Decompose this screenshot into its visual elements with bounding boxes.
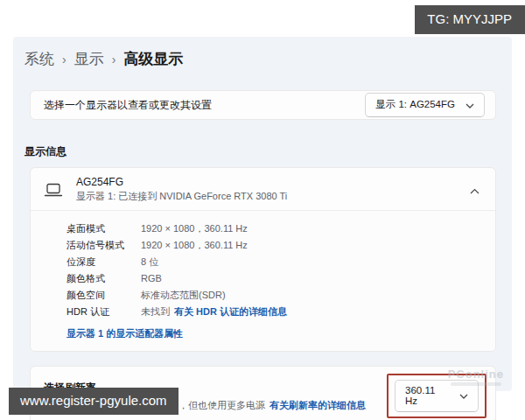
- chevron-up-icon[interactable]: [470, 182, 480, 198]
- monitor-details: 桌面模式 1920 × 1080，360.11 Hz 活动信号模式 1920 ×…: [31, 210, 495, 351]
- pconline-watermark-text: PConline: [448, 368, 504, 381]
- detail-value: 标准动态范围(SDR): [141, 287, 226, 304]
- display-selector-dropdown[interactable]: 显示 1: AG254FG: [365, 93, 485, 117]
- hdr-cert-details-link[interactable]: 有关 HDR 认证的详细信息: [174, 306, 287, 317]
- detail-row-color-space: 颜色空间 标准动态范围(SDR): [66, 287, 483, 304]
- detail-row-color-format: 颜色格式 RGB: [66, 270, 483, 287]
- breadcrumb-separator: ›: [112, 52, 116, 66]
- breadcrumb-separator: ›: [62, 52, 66, 66]
- detail-label: 桌面模式: [66, 220, 141, 237]
- display-adapter-properties-link[interactable]: 显示器 1 的显示适配器属性: [66, 328, 183, 339]
- section-title-display-info: 显示信息: [24, 144, 512, 159]
- monitor-connection: 显示器 1: 已连接到 NVIDIA GeForce RTX 3080 Ti: [76, 190, 287, 203]
- watermark-url-bottom: www.register-pgyule.com: [9, 388, 178, 415]
- detail-value: 未找到: [141, 306, 170, 317]
- detail-value: RGB: [141, 270, 162, 287]
- detail-row-hdr-cert: HDR 认证 未找到有关 HDR 认证的详细信息: [66, 304, 483, 320]
- detail-label: 位深度: [66, 254, 141, 270]
- detail-row-desktop-mode: 桌面模式 1920 × 1080，360.11 Hz: [66, 220, 483, 237]
- monitor-titles: AG254FG 显示器 1: 已连接到 NVIDIA GeForce RTX 3…: [76, 176, 287, 203]
- page-title: 高级显示: [123, 49, 183, 69]
- pconline-watermark-subline: [451, 382, 501, 386]
- watermark-tag-top: TG: MYYJJPP: [415, 5, 525, 34]
- detail-label: 活动信号模式: [66, 237, 141, 254]
- detail-label: HDR 认证: [66, 304, 141, 320]
- monitor-icon: [44, 182, 63, 198]
- detail-value: 8 位: [141, 254, 158, 270]
- detail-label: 颜色空间: [66, 287, 141, 304]
- monitor-name: AG254FG: [76, 176, 287, 188]
- detail-row-bit-depth: 位深度 8 位: [66, 254, 483, 270]
- refresh-rate-details-link[interactable]: 有关刷新率的详细信息: [270, 400, 366, 410]
- display-selector-value: 显示 1: AG254FG: [375, 98, 455, 111]
- pconline-watermark: PConline: [448, 368, 504, 386]
- breadcrumb-system[interactable]: 系统: [24, 49, 54, 69]
- detail-value: 1920 × 1080，360.11 Hz: [141, 220, 248, 237]
- breadcrumb-display[interactable]: 显示: [74, 49, 104, 69]
- advanced-display-panel: 系统 › 显示 › 高级显示 选择一个显示器以查看或更改其设置 显示 1: AG…: [13, 37, 512, 391]
- display-selector-label: 选择一个显示器以查看或更改其设置: [44, 98, 212, 113]
- display-selector-card: 选择一个显示器以查看或更改其设置 显示 1: AG254FG: [30, 90, 496, 120]
- detail-value: 1920 × 1080，360.11 Hz: [141, 237, 248, 254]
- chevron-down-icon: [459, 390, 468, 401]
- detail-row-signal-mode: 活动信号模式 1920 × 1080，360.11 Hz: [66, 237, 483, 254]
- monitor-info-header[interactable]: AG254FG 显示器 1: 已连接到 NVIDIA GeForce RTX 3…: [31, 168, 495, 210]
- detail-label: 颜色格式: [66, 270, 141, 287]
- monitor-info-card: AG254FG 显示器 1: 已连接到 NVIDIA GeForce RTX 3…: [30, 167, 496, 352]
- refresh-rate-value: 360.11 Hz: [405, 385, 449, 406]
- chevron-down-icon: [466, 100, 474, 110]
- breadcrumb: 系统 › 显示 › 高级显示: [13, 37, 512, 69]
